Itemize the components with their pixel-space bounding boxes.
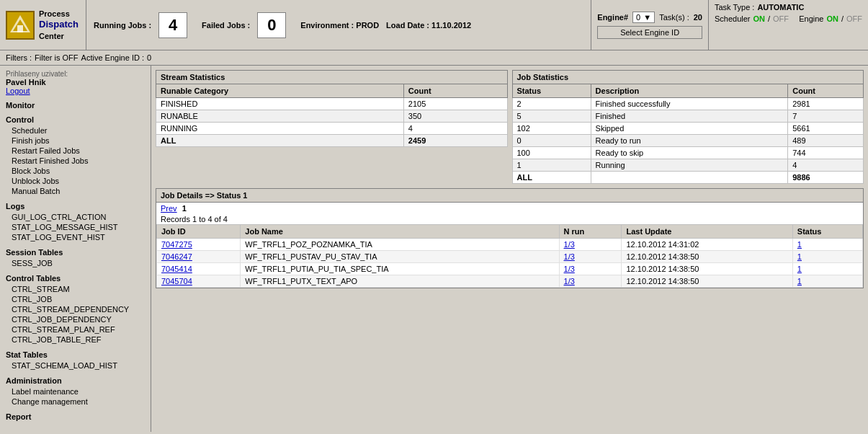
sidebar-item-stat-evt[interactable]: STAT_LOG_EVENT_HIST (6, 232, 145, 242)
job-details-section: Job Details => Status 1 Prev 1 Records 1… (156, 188, 864, 288)
sidebar-title-stat-tables: Stat Tables (6, 350, 145, 359)
detail-job-id[interactable]: 7047275 (157, 239, 241, 251)
sidebar-item-ctrl-job-dep[interactable]: CTRL_JOB_DEPENDENCY (6, 314, 145, 324)
failed-jobs-value: 0 (257, 12, 286, 38)
detail-last-update: 12.10.2012 14:31:02 (622, 239, 792, 251)
sidebar-item-change-mgmt[interactable]: Change management (6, 397, 145, 407)
job-description: Ready to run (591, 135, 788, 147)
job-details-nav: Prev 1 (156, 203, 863, 214)
running-jobs-value: 4 (158, 12, 187, 38)
logo-text: Process Dispatch Center (39, 9, 79, 41)
job-description: Finished (591, 110, 788, 123)
detail-nrun[interactable]: 1/3 (559, 263, 622, 275)
stream-stats-table: Stream Statistics Runable Category Count… (156, 70, 508, 147)
sidebar-item-ctrl-job-table[interactable]: CTRL_JOB_TABLE_REF (6, 335, 145, 345)
detail-last-update: 12.10.2012 14:38:50 (622, 275, 792, 288)
sidebar-section-logs: Logs GUI_LOG_CTRL_ACTION STAT_LOG_MESSAG… (6, 202, 145, 242)
sidebar-item-finish-jobs[interactable]: Finish jobs (6, 136, 145, 146)
job-detail-row: 7047275 WF_TRFL1_POZ_POZNAMKA_TIA 1/3 12… (157, 239, 863, 251)
engine-slash: / (841, 14, 844, 23)
detail-nrun[interactable]: 1/3 (559, 239, 622, 251)
col-last-update: Last Update (622, 225, 792, 239)
job-count: 744 (788, 147, 864, 159)
job-description: Finished successfully (591, 98, 788, 110)
logo-icon (6, 11, 35, 40)
prev-label[interactable]: Prev (161, 204, 177, 213)
job-status: 1 (512, 159, 591, 172)
header: Process Dispatch Center Running Jobs : 4… (0, 0, 868, 50)
detail-status[interactable]: 1 (792, 275, 862, 288)
detail-nrun[interactable]: 1/3 (559, 275, 622, 288)
job-details-records: Records 1 to 4 of 4 (156, 214, 863, 224)
job-count: 5661 (788, 123, 864, 135)
sidebar-item-ctrl-stream[interactable]: CTRL_STREAM (6, 284, 145, 294)
sidebar-section-admin: Administration Label maintenance Change … (6, 376, 145, 407)
job-count: 7 (788, 110, 864, 123)
sidebar-item-ctrl-job[interactable]: CTRL_JOB (6, 294, 145, 304)
select-engine-button[interactable]: Select Engine ID (597, 26, 702, 39)
engine-select[interactable]: 0 ▼ (632, 12, 655, 23)
sidebar-item-scheduler[interactable]: Scheduler (6, 125, 145, 136)
sidebar-item-unblock-jobs[interactable]: Unblock Jobs (6, 176, 145, 186)
sidebar-item-ctrl-stream-dep[interactable]: CTRL_STREAM_DEPENDENCY (6, 304, 145, 314)
stream-stats-wrapper: Stream Statistics Runable Category Count… (156, 70, 508, 184)
load-date-label: Load Date : (386, 21, 429, 30)
sidebar-item-gui-log[interactable]: GUI_LOG_CTRL_ACTION (6, 212, 145, 222)
job-details-header: Job Details => Status 1 (156, 189, 863, 203)
detail-job-id[interactable]: 7045414 (157, 263, 241, 275)
job-count: 2981 (788, 98, 864, 110)
sidebar-item-restart-failed[interactable]: Restart Failed Jobs (6, 146, 145, 156)
detail-job-id[interactable]: 7046247 (157, 251, 241, 263)
load-date-info: Load Date : 11.10.2012 (386, 21, 471, 30)
sidebar-item-stat-msg[interactable]: STAT_LOG_MESSAGE_HIST (6, 222, 145, 232)
job-detail-row: 7046247 WF_TRFL1_PUSTAV_PU_STAV_TIA 1/3 … (157, 251, 863, 263)
sidebar-title-control: Control (6, 115, 145, 124)
sidebar-item-ctrl-stream-plan[interactable]: CTRL_STREAM_PLAN_REF (6, 324, 145, 335)
job-stats-row: 102 Skipped 5661 (512, 123, 864, 135)
sidebar-item-stat-schema[interactable]: STAT_SCHEMA_LOAD_HIST (6, 360, 145, 371)
detail-status[interactable]: 1 (792, 251, 862, 263)
sidebar-item-restart-finished[interactable]: Restart Finished Jobs (6, 156, 145, 166)
sidebar-item-block-jobs[interactable]: Block Jobs (6, 166, 145, 176)
stream-col2: Count (403, 84, 507, 98)
scheduler-off: OFF (773, 14, 789, 23)
engine-dropdown-icon[interactable]: ▼ (643, 13, 651, 22)
engine-value: 0 (636, 13, 640, 22)
tasktype-row: Task Type : AUTOMATIC (715, 3, 862, 12)
sidebar-section-stat-tables: Stat Tables STAT_SCHEMA_LOAD_HIST (6, 350, 145, 371)
sidebar-item-label-maint[interactable]: Label maintenance (6, 386, 145, 397)
job-count: 4 (788, 159, 864, 172)
detail-job-name: WF_TRFL1_POZ_POZNAMKA_TIA (241, 239, 559, 251)
filters-label: Filters : (6, 53, 32, 62)
scheduler-slash: / (768, 14, 770, 23)
col-job-id: Job ID (157, 225, 241, 239)
engine-off: OFF (846, 14, 862, 23)
detail-job-id[interactable]: 7045704 (157, 275, 241, 288)
env-info: Environment : PROD (300, 21, 379, 30)
scheduler-label: Scheduler (715, 14, 751, 23)
detail-status[interactable]: 1 (792, 263, 862, 275)
sidebar-item-sess-job[interactable]: SESS_JOB (6, 258, 145, 268)
logout-link[interactable]: Logout (6, 87, 145, 95)
failed-jobs-label: Failed Jobs : (202, 21, 250, 30)
stream-stats-title: Stream Statistics (156, 71, 508, 84)
sidebar-item-manual-batch[interactable]: Manual Batch (6, 186, 145, 196)
detail-nrun[interactable]: 1/3 (559, 251, 622, 263)
job-details-table: Job ID Job Name N run Last Update Status… (156, 224, 863, 288)
job-stats-row: 1 Running 4 (512, 159, 864, 172)
engine-label: Engine# (597, 13, 628, 22)
job-col3: Count (788, 84, 864, 98)
filter-status: Filter is OFF (35, 53, 79, 62)
engine-row: Engine# 0 ▼ Task(s) : 20 (597, 12, 702, 23)
user-label: Prihlaseny uzivatel: (6, 70, 145, 78)
detail-job-name: WF_TRFL1_PUSTAV_PU_STAV_TIA (241, 251, 559, 263)
job-status: ALL (512, 172, 591, 184)
detail-status[interactable]: 1 (792, 239, 862, 251)
detail-last-update: 12.10.2012 14:38:50 (622, 263, 792, 275)
sidebar-section-ctrl-tables: Control Tables CTRL_STREAM CTRL_JOB CTRL… (6, 274, 145, 345)
job-stats-row: 5 Finished 7 (512, 110, 864, 123)
job-stats-row: ALL 9886 (512, 172, 864, 184)
col-nrun: N run (559, 225, 622, 239)
col-job-name: Job Name (241, 225, 559, 239)
stream-stats-row: RUNNING 4 (156, 123, 508, 135)
